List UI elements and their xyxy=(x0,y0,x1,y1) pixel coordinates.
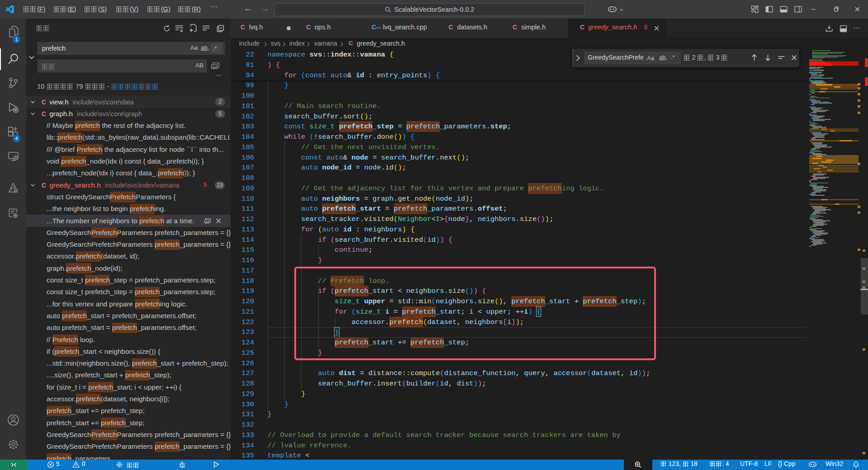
svg-text:ab: ab xyxy=(205,221,208,223)
svg-text:.*: .* xyxy=(213,45,217,52)
svg-text:ab: ab xyxy=(212,66,216,69)
